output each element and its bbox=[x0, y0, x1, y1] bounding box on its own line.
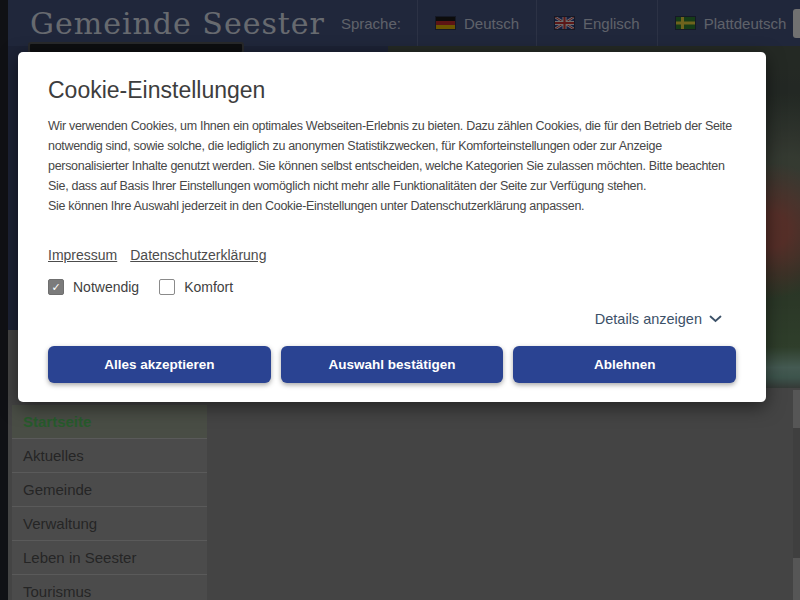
komfort-label: Komfort bbox=[184, 279, 233, 295]
dialog-text: Sie können Ihre Auswahl jederzeit in den… bbox=[48, 196, 736, 216]
dialog-text: Wir verwenden Cookies, um Ihnen ein opti… bbox=[48, 116, 736, 196]
cookie-consent-dialog: Cookie-Einstellungen Wir verwenden Cooki… bbox=[18, 52, 766, 402]
chevron-down-icon bbox=[709, 315, 722, 323]
details-toggle[interactable]: Details anzeigen bbox=[48, 309, 736, 329]
accept-all-button[interactable]: Alles akzeptieren bbox=[48, 346, 271, 383]
notwendig-checkbox-row[interactable]: ✓ Notwendig bbox=[48, 279, 139, 295]
notwendig-label: Notwendig bbox=[73, 279, 139, 295]
dialog-links: Impressum Datenschutzerklärung bbox=[48, 247, 736, 264]
notwendig-checkbox[interactable]: ✓ bbox=[48, 279, 64, 295]
browser-page: Gemeinde Seester Sprache: Deutsch bbox=[0, 0, 800, 600]
reject-button[interactable]: Ablehnen bbox=[513, 346, 736, 383]
komfort-checkbox[interactable]: ✓ bbox=[159, 279, 175, 295]
confirm-selection-button[interactable]: Auswahl bestätigen bbox=[281, 346, 504, 383]
datenschutz-link[interactable]: Datenschutzerklärung bbox=[130, 247, 266, 264]
cookie-category-checkboxes: ✓ Notwendig ✓ Komfort bbox=[48, 279, 736, 295]
impressum-link[interactable]: Impressum bbox=[48, 247, 117, 264]
dialog-title: Cookie-Einstellungen bbox=[48, 76, 736, 104]
komfort-checkbox-row[interactable]: ✓ Komfort bbox=[159, 279, 233, 295]
dialog-buttons: Alles akzeptieren Auswahl bestätigen Abl… bbox=[48, 346, 736, 383]
details-toggle-label: Details anzeigen bbox=[595, 311, 702, 327]
